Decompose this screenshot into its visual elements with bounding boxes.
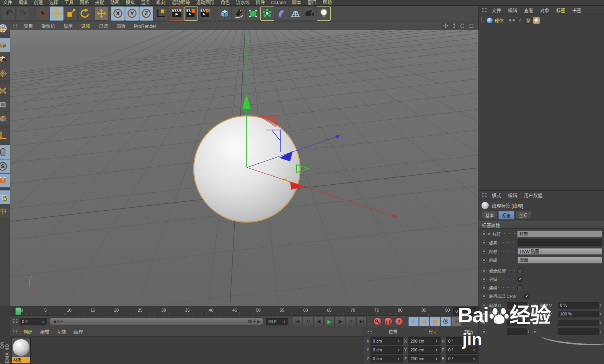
autokey-icon[interactable]: ( ) (383, 317, 393, 326)
key-rotation-icon[interactable] (430, 317, 440, 326)
zoom-icon[interactable] (451, 23, 458, 29)
menu-创建[interactable]: 创建 (31, 0, 46, 6)
model-mode-icon[interactable] (0, 38, 10, 52)
key-scale-icon[interactable] (419, 317, 429, 326)
light-object-icon[interactable] (317, 6, 331, 21)
key-radio-icon[interactable] (482, 303, 486, 308)
key-parameter-icon[interactable]: P (441, 317, 451, 326)
maximize-icon[interactable] (467, 23, 475, 29)
offset-u-field[interactable] (507, 302, 527, 309)
timeline-ruler[interactable]: 051015202530354045505560657075808590 0 F… (10, 306, 478, 316)
attribute-menu-编辑[interactable]: 编辑 (504, 193, 521, 198)
pan-icon[interactable] (442, 23, 449, 29)
workplane-mode-icon[interactable] (0, 67, 10, 80)
end-frame-field[interactable]: 90 F ▲▼ (266, 318, 288, 325)
projection-dropdown[interactable]: UVW 贴图 (517, 248, 602, 255)
key-radio-icon[interactable] (532, 312, 537, 317)
material-menu-功能[interactable]: 功能 (53, 330, 70, 335)
axis-mode-icon[interactable] (0, 128, 10, 142)
workplane-icon[interactable] (0, 205, 10, 218)
menu-插件[interactable]: 插件 (253, 0, 268, 6)
selection-field[interactable] (517, 239, 602, 246)
bump-uvw-checkbox[interactable]: ✓ (524, 294, 529, 299)
attribute-menu-模式[interactable]: 模式 (488, 193, 504, 198)
menu-Octane[interactable]: Octane (268, 0, 289, 6)
keyframe-help-icon[interactable]: ? (394, 317, 404, 326)
key-radio-icon[interactable] (482, 320, 486, 325)
coord-field-位置-X[interactable]: 0 cm▲▼ (371, 337, 403, 345)
key-position-icon[interactable]: + (408, 317, 419, 326)
menu-脚本[interactable]: 脚本 (289, 0, 304, 6)
undo-icon[interactable]: ↶ (2, 6, 16, 21)
coordinate-system-icon[interactable] (153, 6, 167, 21)
menu-运动图形[interactable]: 运动图形 (193, 0, 217, 6)
redo-icon[interactable]: ↷ (16, 6, 30, 21)
key-radio-icon[interactable] (482, 231, 486, 236)
object-name[interactable]: 球体 (495, 17, 504, 24)
coord-field-尺寸-Y[interactable]: 200 cm▲▼ (408, 346, 440, 354)
lock-axis-x-icon[interactable]: X (111, 6, 125, 21)
floor-object-icon[interactable] (289, 6, 302, 21)
coord-field-尺寸-X[interactable]: 200 cm▲▼ (408, 337, 440, 345)
viewport-canvas[interactable]: Y X Z (10, 30, 478, 306)
object-menu-查看[interactable]: 查看 (521, 8, 537, 13)
object-menu-文件[interactable]: 文件 (488, 8, 504, 13)
panel-grip-icon[interactable] (482, 8, 487, 13)
make-editable-icon[interactable] (0, 21, 10, 35)
move-tool-icon[interactable] (50, 6, 64, 21)
side-dropdown[interactable]: 双面 (517, 257, 602, 263)
bend-deformer-icon[interactable] (274, 6, 288, 21)
tab-坐标[interactable]: 坐标 (515, 211, 531, 219)
tile-checkbox[interactable]: ✓ (517, 277, 522, 282)
coord-field-位置-Z[interactable]: 0 cm▲▼ (371, 355, 403, 362)
object-row-sphere[interactable]: 球体 ✓ (481, 16, 541, 24)
viewport[interactable]: Y X Z (10, 30, 478, 306)
lock-workplane-icon[interactable] (0, 190, 10, 204)
phong-tag-icon[interactable] (525, 17, 532, 24)
goto-start-icon[interactable]: |◀ (292, 317, 302, 326)
menu-窗口[interactable]: 窗口 (304, 0, 320, 6)
current-frame-field[interactable]: 0 F ▲▼ (20, 318, 47, 325)
gizmo-origin-dot[interactable] (284, 179, 287, 181)
mix-texture-checkbox[interactable] (517, 268, 522, 273)
previous-frame-icon[interactable]: ◀( (313, 317, 324, 326)
key-radio-icon[interactable] (482, 240, 486, 245)
attribute-menu-用户数据[interactable]: 用户数据 (521, 193, 546, 198)
material-menu-纹理[interactable]: 纹理 (70, 330, 87, 335)
panel-grip-icon[interactable] (482, 193, 487, 198)
next-frame-icon[interactable]: )▶ (335, 317, 345, 326)
lock-axis-z-icon[interactable]: Z (139, 6, 153, 21)
scale-tool-icon[interactable] (64, 6, 78, 21)
key-radio-icon[interactable] (482, 294, 486, 299)
menu-文件[interactable]: 文件 (0, 0, 15, 6)
camera-object-icon[interactable] (303, 6, 317, 21)
expand-arrow-icon[interactable]: ▶ (488, 232, 491, 236)
last-used-tool-move-icon[interactable] (95, 6, 108, 21)
coord-field-旋转-H[interactable]: 0 °▲▼ (446, 337, 478, 345)
cube-primitive-icon[interactable] (218, 6, 232, 21)
magnet-icon[interactable] (0, 174, 10, 187)
menu-工具[interactable]: 工具 (61, 0, 77, 6)
snap-s-icon[interactable]: S (0, 159, 10, 173)
object-menu-编辑[interactable]: 编辑 (504, 8, 521, 13)
polygons-mode-icon[interactable] (0, 112, 10, 125)
frame-stepper[interactable]: ▲▼ (471, 308, 475, 314)
seamless-checkbox[interactable] (517, 285, 522, 290)
panel-grip-icon[interactable] (13, 23, 18, 28)
edges-mode-icon[interactable] (0, 98, 10, 111)
menu-雕刻[interactable]: 雕刻 (153, 0, 168, 6)
key-radio-icon[interactable] (482, 258, 486, 263)
viewport-menu-ProRender[interactable]: ProRender (130, 24, 160, 29)
pen-spline-icon[interactable] (232, 6, 246, 21)
viewport-solo-icon[interactable] (0, 145, 10, 159)
menu-帮助[interactable]: 帮助 (320, 0, 335, 6)
visibility-editor-dot[interactable] (509, 19, 511, 21)
menu-网格[interactable]: 网格 (77, 0, 92, 6)
rotate-tool-icon[interactable] (78, 6, 92, 21)
tab-标签[interactable]: 标签 (498, 211, 514, 219)
menu-流水线[interactable]: 流水线 (233, 0, 253, 6)
viewport-menu-摄像机[interactable]: 摄像机 (37, 24, 59, 29)
viewport-menu-面板[interactable]: 面板 (112, 24, 130, 29)
viewport-menu-过滤[interactable]: 过滤 (95, 24, 112, 29)
material-thumbnail[interactable]: 材质 (11, 338, 31, 363)
